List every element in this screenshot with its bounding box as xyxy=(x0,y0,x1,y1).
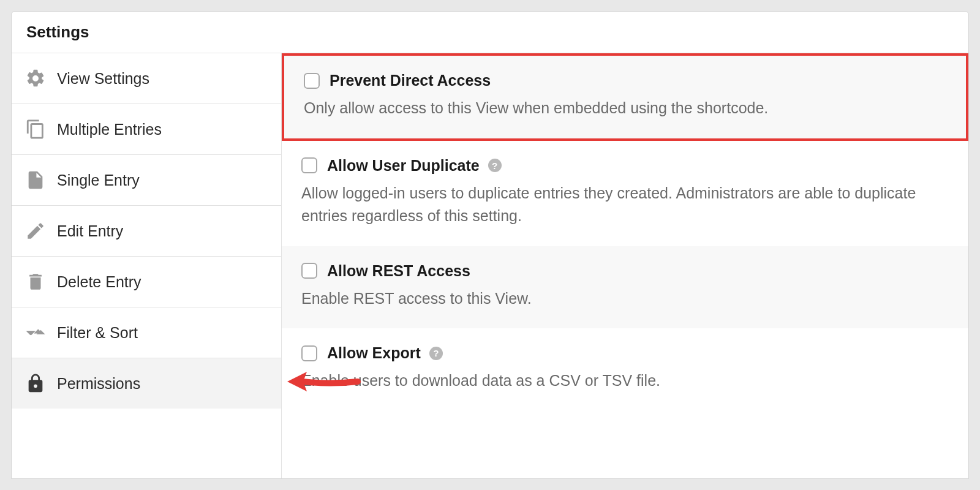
lock-icon xyxy=(25,373,46,394)
sidebar-item-permissions[interactable]: Permissions xyxy=(12,358,281,409)
panel-title: Settings xyxy=(12,12,968,53)
copy-icon xyxy=(25,119,46,140)
setting-title: Allow User Duplicate xyxy=(327,157,480,175)
help-icon[interactable]: ? xyxy=(429,347,443,360)
checkbox-prevent-direct-access[interactable] xyxy=(304,73,320,89)
setting-header: Allow Export ? xyxy=(301,344,949,362)
setting-title: Allow Export xyxy=(327,344,421,362)
sidebar: View Settings Multiple Entries Single En… xyxy=(12,53,282,478)
sidebar-item-label: View Settings xyxy=(57,70,149,88)
panel-body: View Settings Multiple Entries Single En… xyxy=(12,53,968,478)
help-icon[interactable]: ? xyxy=(488,159,502,172)
setting-description: Enable users to download data as a CSV o… xyxy=(301,369,949,393)
setting-title: Prevent Direct Access xyxy=(330,72,491,89)
sidebar-item-single-entry[interactable]: Single Entry xyxy=(12,155,281,206)
checkbox-allow-export[interactable] xyxy=(301,345,317,361)
sidebar-item-label: Filter & Sort xyxy=(57,324,138,342)
file-icon xyxy=(25,170,46,190)
sidebar-item-label: Permissions xyxy=(57,375,140,393)
content-pane: Prevent Direct Access Only allow access … xyxy=(282,53,968,478)
setting-allow-rest-access: Allow REST Access Enable REST access to … xyxy=(282,246,968,329)
setting-allow-user-duplicate: Allow User Duplicate ? Allow logged-in u… xyxy=(282,141,968,246)
sidebar-item-label: Edit Entry xyxy=(57,222,123,240)
sidebar-item-delete-entry[interactable]: Delete Entry xyxy=(12,257,281,307)
trash-icon xyxy=(25,271,46,292)
sidebar-item-view-settings[interactable]: View Settings xyxy=(12,53,281,104)
setting-prevent-direct-access: Prevent Direct Access Only allow access … xyxy=(282,53,968,141)
setting-header: Prevent Direct Access xyxy=(304,72,946,89)
sidebar-item-label: Delete Entry xyxy=(57,273,141,291)
sidebar-item-multiple-entries[interactable]: Multiple Entries xyxy=(12,104,281,155)
sidebar-item-label: Single Entry xyxy=(57,172,140,189)
setting-description: Only allow access to this View when embe… xyxy=(304,97,946,120)
setting-title: Allow REST Access xyxy=(327,262,470,280)
setting-allow-export: Allow Export ? Enable users to download … xyxy=(282,328,968,411)
setting-description: Enable REST access to this View. xyxy=(301,287,949,311)
setting-header: Allow REST Access xyxy=(301,262,949,280)
checkbox-allow-rest-access[interactable] xyxy=(301,263,317,279)
sidebar-item-edit-entry[interactable]: Edit Entry xyxy=(12,206,281,257)
setting-description: Allow logged-in users to duplicate entri… xyxy=(301,182,949,228)
gear-icon xyxy=(25,68,46,89)
sidebar-item-label: Multiple Entries xyxy=(57,121,162,138)
sidebar-item-filter-sort[interactable]: Filter & Sort xyxy=(12,307,281,358)
sort-icon xyxy=(25,322,46,343)
checkbox-allow-user-duplicate[interactable] xyxy=(301,157,317,173)
pencil-square-icon xyxy=(25,221,46,241)
settings-panel: Settings View Settings Multiple Entries … xyxy=(11,11,969,479)
setting-header: Allow User Duplicate ? xyxy=(301,157,949,175)
